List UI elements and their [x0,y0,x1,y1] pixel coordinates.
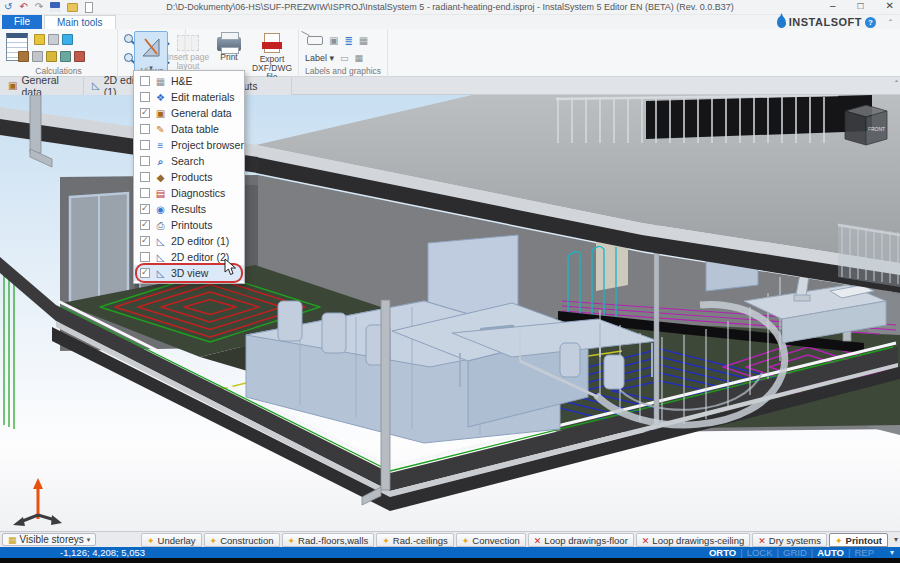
group-label-labels-graphics: Labels and graphics [299,66,387,76]
menu-checkbox[interactable] [140,188,150,198]
calc-tool-icon[interactable] [18,51,29,62]
calc-tool-icon[interactable] [60,51,71,62]
menu-item-data-table[interactable]: Data table [134,121,244,137]
storeys-icon: ▦ [8,535,17,545]
view-cube-front-label: FRONT [868,126,885,132]
layer-visibility-icon [758,535,766,546]
calc-tool-icon[interactable] [46,51,57,62]
mode-separator: | [848,547,850,558]
layer-label: Loop drawings-ceiling [652,535,744,546]
tab-general-data[interactable]: General data [0,77,84,95]
menu-checkbox[interactable] [140,76,150,86]
layer-label: Underlay [158,535,196,546]
tab-main-tools[interactable]: Main tools [44,15,116,29]
calc-tool-icon[interactable] [32,51,43,62]
print-button[interactable]: Print [212,31,246,62]
menu-item-h-and-e[interactable]: H&E [134,73,244,89]
brand-logo: INSTALSOFT ? [777,16,876,28]
label-button[interactable]: Label ▾ [305,53,334,63]
layer-more-arrow[interactable]: ▾ [894,535,898,544]
menu-item-2d-editor-1[interactable]: 2D editor (1) [134,233,244,249]
menu-checkbox[interactable] [140,124,150,134]
menu-item-label: Edit materials [171,91,235,103]
insert-page-layout-button: Insert page layout [166,31,210,71]
tab-file[interactable]: File [2,15,42,29]
layer-label: Construction [220,535,273,546]
menu-item-label: Project browser [171,139,244,151]
menu-item-2d-editor-2[interactable]: 2D editor (2) [134,249,244,265]
calc-tool-icon[interactable] [34,34,45,45]
group-labels-graphics: ▣ ≣ ▦ Label ▾ ▭ ▦ Labels and graphics [298,29,388,77]
layer-toggle-construction[interactable]: Construction [204,533,280,547]
tab-scroll-up-icon[interactable]: ˆ [895,79,898,89]
frame-icon[interactable]: ▭ [340,53,349,63]
menu-item-search[interactable]: Search [134,153,244,169]
layer-label: Rad.-floors,walls [298,535,368,546]
menu-checkbox[interactable] [140,268,150,278]
menu-checkbox[interactable] [140,220,150,230]
menu-checkbox[interactable] [140,204,150,214]
layer-toggles: Underlay Construction Rad.-floors,walls … [141,533,888,547]
layer-label: Loop drawings-floor [544,535,627,546]
diagnostics-icon [154,187,167,200]
help-icon[interactable]: ? [865,17,876,28]
menu-item-results[interactable]: Results [134,201,244,217]
layer-visibility-icon [534,535,542,546]
menu-checkbox[interactable] [140,92,150,102]
menu-item-3d-view[interactable]: 3D view [134,265,244,281]
edit-materials-icon [154,91,167,104]
image-icon[interactable]: ▣ [329,35,338,46]
visible-storeys-button[interactable]: ▦ Visible storeys ▾ [2,533,96,546]
layer-toggle-rad-ceilings[interactable]: Rad.-ceilings [376,533,453,547]
layer-label: Convection [472,535,520,546]
menu-item-edit-materials[interactable]: Edit materials [134,89,244,105]
layer-toggle-loop-drawings-floor[interactable]: Loop drawings-floor [528,533,634,547]
status-more-arrow[interactable]: ▾ [890,547,894,558]
list-icon[interactable]: ≣ [344,35,352,46]
layer-toggle-dry-systems[interactable]: Dry systems [752,533,827,547]
menu-checkbox[interactable] [140,108,150,118]
menu-checkbox[interactable] [140,172,150,182]
printouts-icon [154,219,167,232]
mode-auto[interactable]: AUTO [817,547,844,558]
minimize-button[interactable]: – [830,0,836,11]
menu-item-printouts[interactable]: Printouts [134,217,244,233]
menu-checkbox[interactable] [140,140,150,150]
layer-toggle-loop-drawings-ceiling[interactable]: Loop drawings-ceiling [636,533,750,547]
printer-icon [217,37,241,51]
table-icon[interactable]: ▦ [359,35,368,46]
menu-item-diagnostics[interactable]: Diagnostics [134,185,244,201]
grid-icon[interactable]: ▦ [355,53,364,63]
layer-toggle-convection[interactable]: Convection [456,533,526,547]
maximize-button[interactable]: □ [858,0,864,11]
calc-tool-icon[interactable] [48,34,59,45]
mode-lock[interactable]: LOCK [747,547,773,558]
chevron-down-icon: ▾ [87,536,91,544]
mode-grid[interactable]: GRID [783,547,807,558]
mode-orto[interactable]: ORTO [709,547,736,558]
menu-checkbox[interactable] [140,252,150,262]
layer-toggle-underlay[interactable]: Underlay [141,533,202,547]
right-railing [838,223,900,287]
close-button[interactable]: ✕ [886,0,894,11]
menu-checkbox[interactable] [140,156,150,166]
mode-rep[interactable]: REP [854,547,874,558]
menu-checkbox[interactable] [140,236,150,246]
menu-item-project-browser[interactable]: Project browser [134,137,244,153]
data-table-icon [154,123,167,136]
export-dxf-button[interactable]: Export DXF/DWG file [248,31,296,82]
drafting-triangle-icon [141,36,161,58]
calc-tool-icon[interactable] [74,51,85,62]
editor-2d-icon [92,81,100,91]
view-cube[interactable]: FRONT [845,105,887,145]
menu-item-products[interactable]: Products [134,169,244,185]
callout-icon[interactable] [307,36,323,45]
layer-toggle-rad-floors-walls[interactable]: Rad.-floors,walls [282,533,375,547]
collapse-ribbon-icon[interactable]: ˆ [889,18,892,28]
menu-item-label: 2D editor (2) [171,251,229,263]
calc-tool-icon[interactable] [62,34,73,45]
layer-toggle-printout[interactable]: Printout [829,533,888,547]
brand-name: INSTALSOFT [789,16,862,28]
droplet-icon [776,16,786,29]
menu-item-general-data[interactable]: General data [134,105,244,121]
